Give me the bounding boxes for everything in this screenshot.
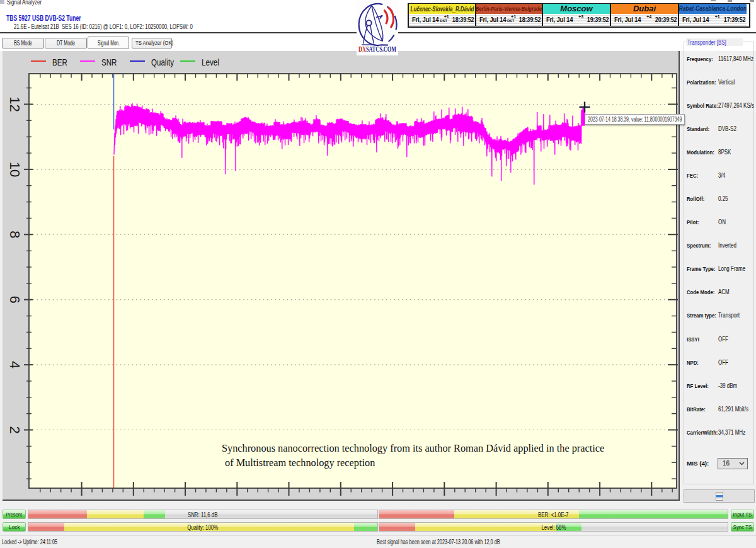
svg-text:10: 10 [7,162,23,177]
svg-text:4: 4 [7,361,23,368]
svg-text:8: 8 [7,231,23,238]
svg-text:6: 6 [7,296,23,304]
svg-text:DXSATCS.COM: DXSATCS.COM [358,45,396,53]
svg-text:12: 12 [7,96,23,111]
svg-text:2: 2 [7,426,23,433]
